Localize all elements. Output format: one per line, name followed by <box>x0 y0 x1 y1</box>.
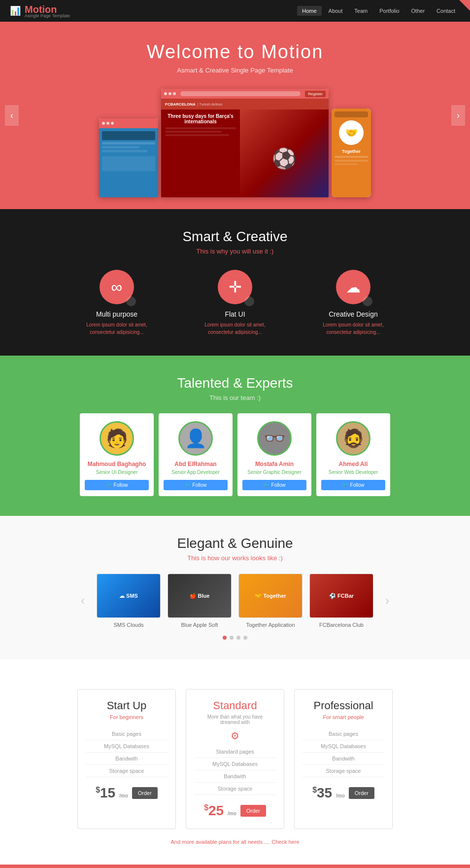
thumb-blue: 🍎 Blue <box>168 574 232 618</box>
startup-feature-1: Basic pages <box>86 728 168 740</box>
cross-icon: ✛ <box>218 270 252 304</box>
dot-2[interactable] <box>230 636 234 640</box>
thumb-fcb-inner: ⚽ FCBar <box>310 574 373 617</box>
standard-order-btn[interactable]: Order <box>240 805 266 817</box>
follow-btn-1[interactable]: 🐦 Follow <box>85 480 149 490</box>
feature-title-1: Multi purpose <box>77 310 156 318</box>
team-card-4: 🧔 Ahmed Ali Senior Web Developer 🐦 Follo… <box>316 413 390 496</box>
dot5 <box>168 92 171 95</box>
thumb-together-inner: 🤝 Together <box>239 574 302 617</box>
feature-desc-3: Lorem ipsum dolor sit amet, consectetur … <box>314 321 393 336</box>
member-role-1: Senior UI Designer <box>85 470 149 475</box>
dot6 <box>173 92 176 95</box>
portfolio-title-2: Blue Apple Soft <box>168 622 232 628</box>
pricing-standard: Standard More than what you have dreamed… <box>186 689 284 829</box>
avatar-2: 👤 <box>178 421 213 456</box>
standard-feature-2: MySQL Databases <box>194 758 276 770</box>
feature-desc-1: Lorem ipsum dolor sit amet, consectetur … <box>77 321 156 336</box>
startup-footer: $15 /mo Order <box>86 785 168 801</box>
startup-price: $15 /mo <box>96 785 128 801</box>
pricing-startup: Start Up For beginners Basic pages MySQL… <box>77 689 176 829</box>
nav-portfolio[interactable]: Portfolio <box>374 6 404 16</box>
team-subtitle: This is our team :) <box>10 394 460 401</box>
corner-decoration <box>459 0 470 11</box>
portfolio-item-4: ⚽ FCBar FCBarcelona Club <box>309 574 373 628</box>
dot2 <box>106 122 109 125</box>
twitter-icon-3: 🐦 <box>264 482 269 488</box>
dot1 <box>102 122 105 125</box>
portfolio-title-3: Together Application <box>238 622 302 628</box>
hero-prev-button[interactable]: ‹ <box>5 105 19 126</box>
team-card-2: 👤 Abd ElRahman Senior App Developer 🐦 Fo… <box>159 413 233 496</box>
thumb-sms-inner: ☁ SMS <box>97 574 160 617</box>
portfolio-dots <box>10 636 460 640</box>
screen-small-left <box>99 118 158 197</box>
thumb-blue-inner: 🍎 Blue <box>168 574 231 617</box>
startup-order-btn[interactable]: Order <box>132 787 158 799</box>
dot3 <box>111 122 114 125</box>
team-section: Talented & Experts This is our team :) 🧑… <box>0 356 470 516</box>
infinity-icon: ∞ <box>100 270 134 304</box>
portfolio-title-1: SMS Clouds <box>97 622 161 628</box>
thumb-fcb: ⚽ FCBar <box>309 574 373 618</box>
professional-footer: $35 /mo Order <box>302 785 384 801</box>
brand-subtitle: Asingle Page Template <box>25 13 70 18</box>
standard-title: Standard <box>194 699 276 712</box>
smart-title: Smart & Creative <box>10 229 460 245</box>
professional-order-btn[interactable]: Order <box>349 787 374 799</box>
hero-subtitle: Asmart & Creative Single Page Template <box>10 67 460 74</box>
portfolio-title: Elegant & Genuine <box>10 536 460 551</box>
nav-about[interactable]: About <box>324 6 348 16</box>
nav-home[interactable]: Home <box>297 6 321 16</box>
feature-title-3: Creative Design <box>314 310 393 318</box>
startup-feature-3: Bandwith <box>86 753 168 765</box>
thumb-together: 🤝 Together <box>238 574 302 618</box>
twitter-icon-4: 🐦 <box>342 482 348 488</box>
follow-btn-3[interactable]: 🐦 Follow <box>242 480 306 490</box>
smart-section: Smart & Creative This is why you will us… <box>0 209 470 356</box>
smart-subtitle: This is why you will use it :) <box>10 248 460 255</box>
professional-feature-2: MySQL Databases <box>302 740 384 753</box>
dot-4[interactable] <box>243 636 247 640</box>
team-title: Talented & Experts <box>10 375 460 391</box>
cloud-icon: ☁ <box>336 270 370 304</box>
pricing-more: And more available plans for all needs .… <box>10 839 460 845</box>
tweets-section: Latest Tweets This is how to keep in tou… <box>0 865 470 868</box>
gear-icon: ⚙ <box>194 730 276 742</box>
professional-price: $35 /mo <box>312 785 345 801</box>
portfolio-item-2: 🍎 Blue Blue Apple Soft <box>168 574 232 628</box>
standard-footer: $25 /mo Order <box>194 803 276 819</box>
standard-price: $25 /mo <box>204 803 236 819</box>
features-row: ∞ Multi purpose Lorem ipsum dolor sit am… <box>10 270 460 336</box>
hero-next-button[interactable]: › <box>451 105 465 126</box>
member-role-2: Senior App Developer <box>164 470 228 475</box>
nav-contact[interactable]: Contact <box>432 6 460 16</box>
professional-subtitle: For smart people <box>302 714 384 720</box>
feature-creative: ☁ Creative Design Lorem ipsum dolor sit … <box>314 270 393 336</box>
member-name-4: Ahmed Ali <box>321 461 385 468</box>
dot-1[interactable] <box>223 636 227 640</box>
portfolio-prev-button[interactable]: ‹ <box>76 589 90 613</box>
follow-btn-4[interactable]: 🐦 Follow <box>321 480 385 490</box>
portfolio-section: Elegant & Genuine This is how our works … <box>0 516 470 659</box>
standard-feature-3: Bandwith <box>194 770 276 783</box>
portfolio-next-button[interactable]: › <box>380 589 394 613</box>
follow-btn-2[interactable]: 🐦 Follow <box>164 480 228 490</box>
feature-flat-ui: ✛ Flat UI Lorem ipsum dolor sit amet, co… <box>196 270 274 336</box>
dot-3[interactable] <box>236 636 240 640</box>
pricing-section: Start Up For beginners Basic pages MySQL… <box>0 659 470 865</box>
portfolio-item-1: ☁ SMS SMS Clouds <box>97 574 161 628</box>
member-name-3: Mostafa Amin <box>242 461 306 468</box>
member-role-4: Senior Web Developer <box>321 470 385 475</box>
member-name-2: Abd ElRahman <box>164 461 228 468</box>
nav-other[interactable]: Other <box>406 6 430 16</box>
hero-title: Welcome to Motion <box>10 41 460 63</box>
twitter-icon-2: 🐦 <box>185 482 191 488</box>
navbar: 📊 Motion Asingle Page Template Home Abou… <box>0 0 470 22</box>
nav-team[interactable]: Team <box>349 6 372 16</box>
dot4 <box>164 92 167 95</box>
avatar-1: 🧑 <box>100 421 134 456</box>
member-name-1: Mahmoud Baghagho <box>85 461 149 468</box>
standard-subtitle: More than what you have dreamed with <box>201 714 269 725</box>
nav-links: Home About Team Portfolio Other Contact <box>297 6 460 16</box>
